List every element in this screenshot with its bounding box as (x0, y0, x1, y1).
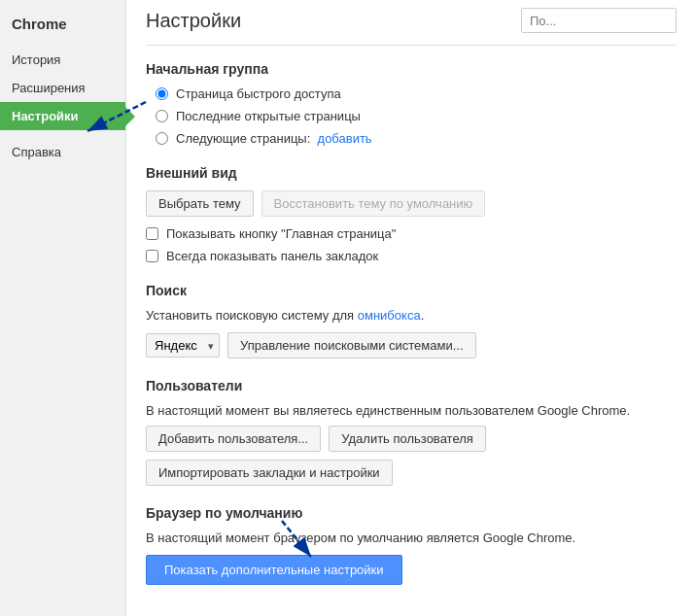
section-appearance: Внешний вид Выбрать тему Восстановить те… (146, 165, 677, 263)
page-title: Настройки (146, 10, 241, 32)
manage-search-engines-button[interactable]: Управление поисковыми системами... (227, 332, 476, 359)
appearance-btn-row: Выбрать тему Восстановить тему по умолча… (146, 190, 677, 217)
startup-label-specific: Следующие страницы: добавить (176, 131, 372, 146)
section-startup: Начальная группа Страница быстрого досту… (146, 61, 677, 146)
default-browser-description: В настоящий момент браузером по умолчани… (146, 530, 677, 545)
search-section-title: Поиск (146, 283, 677, 298)
sidebar-item-settings[interactable]: Настройки (0, 102, 125, 130)
reset-theme-button[interactable]: Восстановить тему по умолчанию (261, 190, 486, 217)
show-bookmarks-bar-checkbox[interactable]: Всегда показывать панель закладок (146, 249, 677, 263)
sidebar-item-help[interactable]: Справка (0, 138, 125, 166)
startup-radio-specific[interactable] (156, 132, 168, 145)
startup-option-specific[interactable]: Следующие страницы: добавить (156, 131, 677, 146)
search-engine-row: Яндекс Google Bing Управление поисковыми… (146, 332, 677, 359)
show-homepage-btn-label: Показывать кнопку "Главная страница" (166, 226, 396, 241)
top-bar: Настройки (146, 0, 677, 46)
show-homepage-btn-checkbox[interactable]: Показывать кнопку "Главная страница" (146, 226, 677, 241)
search-desc: Установить поисковую систему для (146, 308, 354, 323)
users-btn-row: Добавить пользователя... Удалить пользов… (146, 426, 677, 486)
startup-radio-last[interactable] (156, 110, 168, 122)
section-default-browser: Браузер по умолчанию В настоящий момент … (146, 505, 677, 585)
startup-label-quick: Страница быстрого доступа (176, 86, 341, 101)
add-user-button[interactable]: Добавить пользователя... (146, 426, 321, 452)
startup-radio-group: Страница быстрого доступа Последние откр… (146, 86, 677, 146)
startup-add-link[interactable]: добавить (318, 131, 372, 146)
startup-option-last[interactable]: Последние открытые страницы (156, 109, 677, 123)
show-bookmarks-bar-input[interactable] (146, 250, 158, 262)
show-homepage-btn-input[interactable] (146, 227, 158, 240)
search-engine-select-wrapper: Яндекс Google Bing (146, 333, 220, 358)
startup-option-quick[interactable]: Страница быстрого доступа (156, 86, 677, 101)
search-engine-select[interactable]: Яндекс Google Bing (146, 333, 220, 358)
omnibox-link[interactable]: омнибокса (358, 308, 421, 323)
startup-label-last: Последние открытые страницы (176, 109, 361, 123)
sidebar: Chrome История Расширения Настройки Спра… (0, 0, 126, 616)
users-section-title: Пользователи (146, 378, 677, 394)
import-bookmarks-button[interactable]: Импортировать закладки и настройки (146, 460, 393, 486)
appearance-section-title: Внешний вид (146, 165, 677, 181)
search-input[interactable] (521, 8, 677, 33)
sidebar-item-history[interactable]: История (0, 46, 125, 74)
section-users: Пользователи В настоящий момент вы являе… (146, 378, 677, 486)
users-description: В настоящий момент вы являетесь единстве… (146, 403, 677, 418)
sidebar-title: Chrome (0, 8, 125, 46)
show-advanced-settings-button[interactable]: Показать дополнительные настройки (146, 555, 402, 585)
default-browser-section-title: Браузер по умолчанию (146, 505, 677, 521)
main-content: Настройки Начальная группа Страница быст… (126, 0, 696, 616)
startup-section-title: Начальная группа (146, 61, 677, 77)
remove-user-button[interactable]: Удалить пользователя (329, 426, 486, 452)
section-search: Поиск Установить поисковую систему для о… (146, 283, 677, 359)
choose-theme-button[interactable]: Выбрать тему (146, 190, 254, 217)
search-omnibox-row: Установить поисковую систему для омнибок… (146, 308, 677, 323)
show-bookmarks-bar-label: Всегда показывать панель закладок (166, 249, 378, 263)
sidebar-item-extensions[interactable]: Расширения (0, 74, 125, 102)
startup-radio-quick[interactable] (156, 87, 168, 100)
